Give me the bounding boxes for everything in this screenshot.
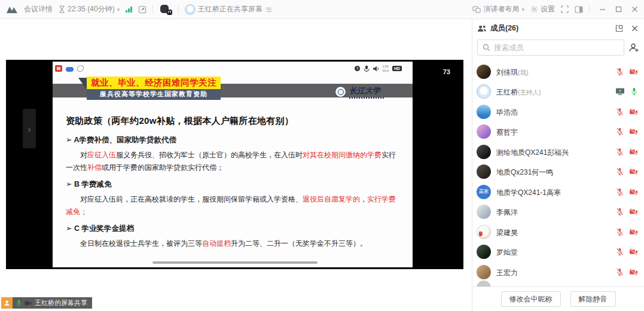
toolbar-divider	[589, 5, 590, 14]
mic-active-icon[interactable]	[630, 87, 638, 96]
section-body-b: 对应征入伍前，正在高校就读的学生，服役期间保留学籍或入学资格、退役后自愿复学的，…	[66, 193, 399, 218]
timer-text: 22:35 (40分钟)	[68, 4, 115, 14]
maximize-button[interactable]	[615, 6, 622, 13]
member-avatar	[477, 145, 491, 159]
active-speaker-icon	[1, 297, 13, 309]
mic-muted-icon[interactable]	[616, 68, 624, 76]
mic-muted-icon[interactable]	[616, 208, 624, 216]
members-panel-title: 成员(26)	[490, 23, 518, 33]
chevron-down-icon: ▾	[521, 7, 524, 13]
member-avatar	[477, 225, 491, 239]
mic-muted-icon[interactable]	[616, 248, 624, 256]
member-name: 地质Qx231何一鸣	[496, 168, 553, 176]
camera-muted-icon[interactable]	[629, 208, 638, 215]
member-role: (我)	[518, 69, 529, 76]
unmute-button[interactable]: 解除静音	[570, 291, 616, 307]
member-list[interactable]: 刘佳琪(我) 王红桥(主持人) 毕浩浩	[472, 60, 644, 286]
app-logo-icon	[6, 5, 18, 14]
member-row[interactable]: 高寒 地质学QX241-1高寒	[472, 182, 644, 202]
university-seal-icon	[335, 86, 346, 97]
member-row[interactable]: 地质Qx231何一鸣	[472, 162, 644, 182]
section-heading-b: ➢ B 学费减免	[66, 179, 399, 190]
speaker-status-icon	[373, 65, 380, 72]
member-row[interactable]: 罗灿堂	[472, 242, 644, 263]
close-panel-icon[interactable]	[631, 25, 638, 32]
member-row[interactable]: 王宏力	[472, 262, 644, 282]
expand-video-strip-button[interactable]: ›	[23, 109, 36, 148]
member-name: 李佩洋	[496, 208, 518, 217]
member-row-host[interactable]: 王红桥(主持人)	[472, 82, 644, 102]
camera-muted-icon[interactable]	[629, 188, 638, 196]
slide-scrollbar[interactable]	[152, 261, 318, 264]
camera-muted-icon[interactable]	[629, 108, 638, 115]
layout-selector[interactable]: 演讲者布局 ▾	[472, 4, 524, 14]
member-name: 地质学QX241-1高寒	[496, 188, 561, 197]
shared-screen-stage: › 139 kb/s HD 就业、毕业、经济困难同学关注	[6, 60, 463, 269]
university-subtext-decoration	[349, 97, 384, 99]
fullscreen-button[interactable]	[561, 5, 569, 13]
toggle-sidebar-button[interactable]	[575, 6, 583, 13]
mic-muted-icon[interactable]	[616, 108, 624, 116]
meeting-timer[interactable]: 22:35 (40分钟) ▾	[59, 4, 120, 14]
mic-muted-icon[interactable]	[616, 148, 624, 156]
sharer-status-text: 王红桥正在共享屏幕	[198, 4, 263, 14]
mic-muted-icon[interactable]	[616, 127, 624, 136]
camera-muted-icon[interactable]	[629, 68, 638, 75]
share-window-button[interactable]	[138, 5, 146, 14]
pen-tool-icon	[77, 65, 84, 72]
member-search-box[interactable]	[477, 39, 624, 56]
sharer-avatar	[185, 4, 196, 15]
camera-muted-icon[interactable]	[629, 248, 638, 255]
members-panel: 成员(26) 刘佳琪(我) 王红桥(主持人	[472, 19, 644, 311]
member-avatar	[477, 265, 491, 279]
sharing-screen-icon[interactable]	[615, 87, 625, 96]
screen-share-chip[interactable]: 王红桥的屏幕共享	[1, 297, 92, 309]
camera-muted-icon[interactable]	[629, 228, 638, 236]
panel-footer: 修改会中昵称 解除静音	[472, 286, 644, 311]
bitrate-indicator: 139 kb/s	[383, 65, 389, 72]
member-name: 毕浩浩	[496, 108, 518, 117]
minimize-button[interactable]	[599, 6, 606, 13]
member-name: 梁建昊	[496, 228, 518, 237]
close-button[interactable]	[631, 6, 638, 13]
meeting-details-button[interactable]: 会议详情	[24, 4, 53, 14]
camera-muted-icon[interactable]	[629, 168, 638, 175]
member-name: 罗灿堂	[496, 248, 518, 257]
add-member-button[interactable]	[628, 42, 639, 53]
member-avatar	[477, 164, 491, 179]
member-name: 刘佳琪	[496, 68, 518, 77]
member-search-input[interactable]	[494, 44, 619, 52]
mic-muted-icon[interactable]	[616, 228, 624, 236]
settings-button[interactable]: 设置	[530, 4, 555, 14]
rename-button[interactable]: 修改会中昵称	[501, 291, 561, 307]
search-icon	[483, 44, 490, 51]
share-list-icon	[265, 7, 272, 13]
shared-slide: 139 kb/s HD 就业、毕业、经济困难同学关注 服兵役高等学校学生国家教育…	[53, 62, 413, 267]
network-signal-icon	[126, 6, 132, 13]
sharer-status[interactable]: 王红桥正在共享屏幕	[185, 4, 272, 15]
camera-muted-icon[interactable]	[629, 128, 638, 135]
member-row[interactable]: 测绘地质QX241彭福兴	[472, 142, 644, 162]
camera-muted-icon[interactable]	[629, 269, 638, 276]
banner-title: 就业、毕业、经济困难同学关注	[87, 77, 221, 89]
member-avatar	[477, 245, 491, 259]
member-row[interactable]: 蔡哲宇	[472, 122, 644, 142]
member-row[interactable]: 李佩洋	[472, 202, 644, 222]
camera-muted-icon[interactable]	[629, 148, 638, 156]
members-icon	[477, 25, 487, 32]
mic-muted-icon[interactable]	[616, 188, 624, 196]
fullscreen-icon	[561, 5, 569, 13]
mic-muted-icon[interactable]	[616, 268, 624, 276]
camera-off-icon	[25, 300, 32, 306]
top-toolbar: 会议详情 22:35 (40分钟) ▾ 王红桥正在共享屏幕	[0, 0, 644, 19]
member-row[interactable]: 毕浩浩	[472, 102, 644, 122]
member-name: 蔡哲宇	[496, 128, 518, 136]
section-heading-c: ➢ C 学业奖学金提档	[66, 224, 399, 234]
member-avatar	[477, 84, 491, 99]
member-row[interactable]: 梁建昊	[472, 222, 644, 242]
audio-lock-badge-icon[interactable]	[159, 4, 172, 15]
slide-title: 资助政策（两年约20w补贴，根据本人户籍所在地有别）	[66, 115, 399, 127]
mic-muted-icon[interactable]	[616, 167, 624, 176]
popout-panel-icon[interactable]	[615, 25, 623, 32]
member-row[interactable]: 刘佳琪(我)	[472, 62, 644, 82]
